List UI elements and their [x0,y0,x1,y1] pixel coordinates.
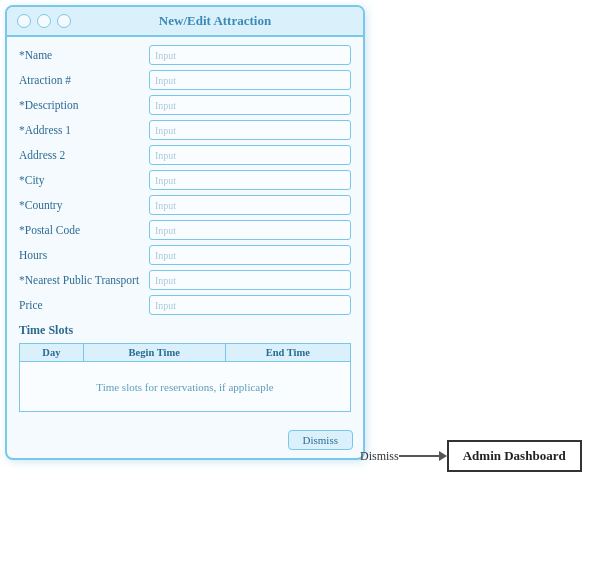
label-country: *Country [19,199,149,211]
col-header-end-time: End Time [225,344,350,362]
input-price[interactable] [149,295,351,315]
col-header-day: Day [20,344,84,362]
input-nearest-transport[interactable] [149,270,351,290]
input-attraction-number[interactable] [149,70,351,90]
field-description: *Description [19,95,351,115]
label-attraction-number: Atraction # [19,74,149,86]
timeslots-table: Day Begin Time End Time Time slots for r… [19,343,351,412]
new-edit-attraction-dialog: New/Edit Attraction *Name Atraction # *D… [5,5,365,460]
field-nearest-transport: *Nearest Public Transport [19,270,351,290]
label-name: *Name [19,49,149,61]
field-hours: Hours [19,245,351,265]
field-city: *City [19,170,351,190]
annotation-area: Dismiss Admin Dashboard [360,440,582,472]
col-header-begin-time: Begin Time [83,344,225,362]
annotation-arrow [399,451,447,461]
label-postal-code: *Postal Code [19,224,149,236]
field-postal-code: *Postal Code [19,220,351,240]
dialog-titlebar: New/Edit Attraction [7,7,363,37]
input-hours[interactable] [149,245,351,265]
input-country[interactable] [149,195,351,215]
field-price: Price [19,295,351,315]
field-country: *Country [19,195,351,215]
label-city: *City [19,174,149,186]
label-nearest-transport: *Nearest Public Transport [19,274,149,286]
dismiss-button[interactable]: Dismiss [288,430,353,450]
label-address1: *Address 1 [19,124,149,136]
field-name: *Name [19,45,351,65]
label-price: Price [19,299,149,311]
window-maximize-button[interactable] [57,14,71,28]
timeslots-empty-message: Time slots for reservations, if applicap… [20,362,351,412]
dialog-footer: Dismiss [7,424,363,458]
input-name[interactable] [149,45,351,65]
label-hours: Hours [19,249,149,261]
annotation-target-box: Admin Dashboard [447,440,582,472]
window-minimize-button[interactable] [37,14,51,28]
field-attraction-number: Atraction # [19,70,351,90]
timeslots-empty-row: Time slots for reservations, if applicap… [20,362,351,412]
field-address2: Address 2 [19,145,351,165]
annotation-target-label: Admin Dashboard [463,448,566,463]
input-description[interactable] [149,95,351,115]
dialog-body: *Name Atraction # *Description *Address … [7,37,363,424]
label-description: *Description [19,99,149,111]
input-postal-code[interactable] [149,220,351,240]
input-city[interactable] [149,170,351,190]
annotation-label: Dismiss [360,449,399,464]
field-address1: *Address 1 [19,120,351,140]
dialog-title: New/Edit Attraction [77,13,353,29]
arrow-head [439,451,447,461]
input-address1[interactable] [149,120,351,140]
window-close-button[interactable] [17,14,31,28]
arrow-shaft [399,455,439,457]
timeslots-section-label: Time Slots [19,323,351,338]
input-address2[interactable] [149,145,351,165]
label-address2: Address 2 [19,149,149,161]
